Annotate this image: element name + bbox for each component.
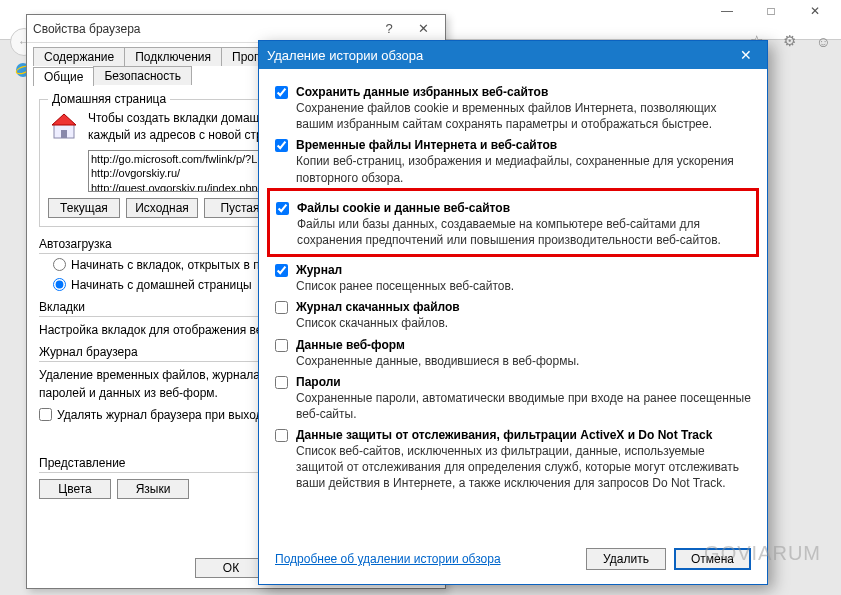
delete-option-checkbox-2[interactable] [276, 202, 289, 215]
dialog-title: Свойства браузера [33, 22, 141, 36]
tab-content[interactable]: Содержание [33, 47, 125, 66]
delete-option-5[interactable]: Данные веб-формСохраненные данные, вводи… [275, 338, 751, 369]
delete-option-desc: Сохраненные пароли, автоматически вводим… [296, 390, 751, 422]
dialog-close-button[interactable]: ✕ [407, 19, 439, 39]
tab-connections[interactable]: Подключения [124, 47, 222, 66]
home-icon [48, 110, 80, 142]
delete-option-desc: Файлы или базы данных, создаваемые на ко… [297, 216, 750, 248]
delete-option-title: Журнал скачанных файлов [296, 300, 460, 314]
delete-dialog-titlebar: Удаление истории обзора ✕ [259, 41, 767, 69]
delete-option-1[interactable]: Временные файлы Интернета и веб-сайтовКо… [275, 138, 751, 185]
delete-option-title: Данные веб-форм [296, 338, 579, 352]
maximize-button[interactable]: □ [751, 0, 791, 22]
delete-option-title: Временные файлы Интернета и веб-сайтов [296, 138, 751, 152]
delete-dialog-footer: Подробнее об удалении истории обзора Уда… [275, 548, 751, 570]
ok-button[interactable]: ОК [195, 558, 267, 578]
delete-option-desc: Сохраненные данные, вводившиеся в веб-фо… [296, 353, 579, 369]
delete-cancel-button[interactable]: Отмена [674, 548, 751, 570]
help-button[interactable]: ? [373, 19, 405, 39]
delete-option-title: Пароли [296, 375, 751, 389]
delete-option-checkbox-0[interactable] [275, 86, 288, 99]
delete-dialog-close-button[interactable]: ✕ [733, 45, 759, 65]
colors-button[interactable]: Цвета [39, 479, 111, 499]
delete-on-exit-label: Удалять журнал браузера при выходе [57, 406, 269, 424]
delete-option-3[interactable]: ЖурналСписок ранее посещенных веб-сайтов… [275, 263, 751, 294]
delete-option-7[interactable]: Данные защиты от отслеживания, фильтраци… [275, 428, 751, 492]
delete-option-6[interactable]: ПаролиСохраненные пароли, автоматически … [275, 375, 751, 422]
delete-history-dialog: Удаление истории обзора ✕ Сохранить данн… [258, 40, 768, 585]
delete-dialog-title: Удаление истории обзора [267, 48, 423, 63]
delete-option-2[interactable]: Файлы cookie и данные веб-сайтовФайлы ил… [276, 201, 750, 248]
delete-option-0[interactable]: Сохранить данные избранных веб-сайтовСох… [275, 85, 751, 132]
delete-option-checkbox-1[interactable] [275, 139, 288, 152]
learn-more-link[interactable]: Подробнее об удалении истории обзора [275, 552, 501, 566]
tab-security[interactable]: Безопасность [93, 66, 192, 85]
dialog-titlebar: Свойства браузера ? ✕ [27, 15, 445, 43]
homepage-group-title: Домашняя страница [48, 92, 170, 106]
delete-option-checkbox-7[interactable] [275, 429, 288, 442]
delete-option-checkbox-4[interactable] [275, 301, 288, 314]
radio-start-tabs-input[interactable] [53, 258, 66, 271]
delete-option-checkbox-5[interactable] [275, 339, 288, 352]
minimize-button[interactable]: — [707, 0, 747, 22]
delete-option-title: Сохранить данные избранных веб-сайтов [296, 85, 751, 99]
svg-rect-4 [61, 130, 67, 138]
delete-option-checkbox-6[interactable] [275, 376, 288, 389]
delete-option-desc: Список веб-сайтов, исключенных из фильтр… [296, 443, 751, 492]
delete-option-checkbox-3[interactable] [275, 264, 288, 277]
use-current-button[interactable]: Текущая [48, 198, 120, 218]
delete-option-desc: Копии веб-страниц, изображения и медиафа… [296, 153, 751, 185]
delete-dialog-body: Сохранить данные избранных веб-сайтовСох… [259, 69, 767, 492]
feedback-smile-icon[interactable]: ☺ [816, 33, 831, 50]
settings-gear-icon[interactable]: ⚙ [783, 32, 796, 50]
delete-option-title: Журнал [296, 263, 514, 277]
use-default-button[interactable]: Исходная [126, 198, 198, 218]
radio-start-home-input[interactable] [53, 278, 66, 291]
languages-button[interactable]: Языки [117, 479, 189, 499]
close-button[interactable]: ✕ [795, 0, 835, 22]
radio-start-home-label: Начинать с домашней страницы [71, 276, 252, 294]
delete-option-desc: Список скачанных файлов. [296, 315, 460, 331]
delete-on-exit-checkbox[interactable] [39, 408, 52, 421]
delete-option-desc: Список ранее посещенных веб-сайтов. [296, 278, 514, 294]
tab-general[interactable]: Общие [33, 67, 94, 86]
delete-confirm-button[interactable]: Удалить [586, 548, 666, 570]
delete-option-title: Данные защиты от отслеживания, фильтраци… [296, 428, 751, 442]
svg-marker-3 [52, 114, 76, 125]
delete-option-title: Файлы cookie и данные веб-сайтов [297, 201, 750, 215]
window-controls: — □ ✕ [707, 0, 835, 22]
delete-option-desc: Сохранение файлов cookie и временных фай… [296, 100, 751, 132]
delete-option-4[interactable]: Журнал скачанных файловСписок скачанных … [275, 300, 751, 331]
